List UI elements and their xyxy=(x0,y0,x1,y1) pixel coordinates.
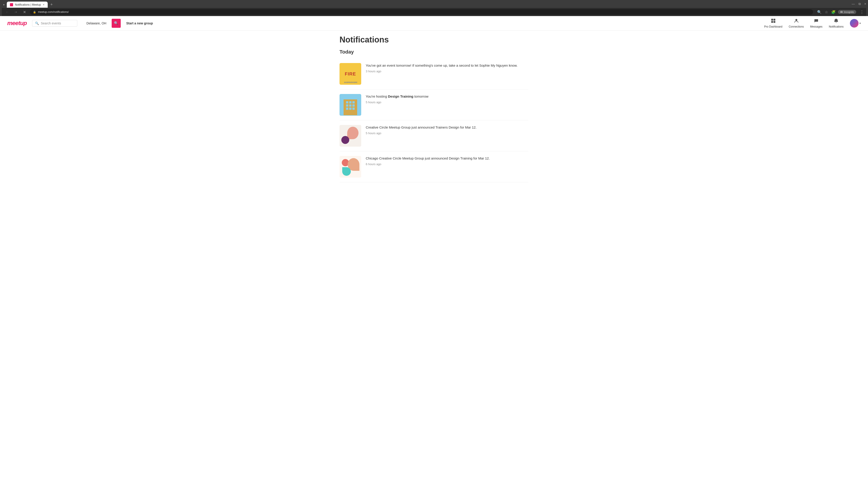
window-controls: — ⧉ × xyxy=(852,2,866,7)
address-lock-icon: 🔒 xyxy=(33,11,36,13)
notification-text: You've got an event tomorrow! If somethi… xyxy=(366,63,528,68)
search-placeholder: Search events xyxy=(41,22,61,25)
notification-thumbnail xyxy=(340,125,361,147)
svg-rect-3 xyxy=(774,21,775,23)
connections-icon xyxy=(794,18,799,24)
more-options-button[interactable]: ⋮ xyxy=(860,9,864,14)
minimize-button[interactable]: — xyxy=(852,2,855,6)
reload-button[interactable]: ✕ xyxy=(21,10,28,14)
today-section-title: Today xyxy=(340,49,528,55)
search-submit-button[interactable]: 🔍 xyxy=(112,19,121,28)
tab-favicon xyxy=(10,3,13,6)
site-header: meetup 🔍 Search events Delaware, OH 🔍 St… xyxy=(0,16,868,31)
notification-thumbnail: FIRE AL INDEPENDENCE, RETI xyxy=(340,63,361,85)
meetup-logo[interactable]: meetup xyxy=(7,20,27,27)
notifications-label: Notifications xyxy=(829,25,844,28)
notification-item[interactable]: Chicago Creative Circle Meetup Group jus… xyxy=(340,151,528,182)
search-submit-icon: 🔍 xyxy=(114,21,119,25)
incognito-icon: 🕶 xyxy=(840,11,843,13)
notification-item[interactable]: You're hosting Design Training tomorrow … xyxy=(340,90,528,121)
notifications-icon xyxy=(834,18,839,24)
address-url: meetup.com/notifications/ xyxy=(38,10,69,13)
creative-thumbnail xyxy=(340,125,361,147)
restore-button[interactable]: ⧉ xyxy=(859,2,861,6)
bookmark-icon[interactable]: ☆ xyxy=(825,10,828,14)
chevron-down-icon: ▾ xyxy=(860,22,861,25)
building-thumbnail xyxy=(340,94,361,116)
nav-connections[interactable]: Connections xyxy=(789,18,804,28)
tab-title: Notifications | Meetup xyxy=(15,3,41,6)
browser-chrome: ▾ Notifications | Meetup × + — ⧉ × ← → ✕… xyxy=(0,0,868,16)
svg-point-4 xyxy=(796,19,797,21)
search-toolbar-icon[interactable]: 🔍 xyxy=(817,10,822,14)
connections-label: Connections xyxy=(789,25,804,28)
notification-content: Chicago Creative Circle Meetup Group jus… xyxy=(366,156,528,166)
notification-thumbnail xyxy=(340,156,361,177)
messages-icon xyxy=(814,18,819,24)
close-button[interactable]: × xyxy=(864,2,866,6)
tab-bar: ▾ Notifications | Meetup × + — ⧉ × xyxy=(2,1,866,8)
forward-button[interactable]: → xyxy=(13,10,19,14)
back-button[interactable]: ← xyxy=(4,10,10,14)
tab-arrow[interactable]: ▾ xyxy=(2,2,6,7)
search-bar[interactable]: 🔍 Search events xyxy=(32,20,77,27)
incognito-badge[interactable]: 🕶 Incognito xyxy=(838,10,856,14)
pro-dashboard-icon xyxy=(771,18,776,24)
pro-dashboard-label: Pro Dashboard xyxy=(764,25,782,28)
notification-time: 3 hours ago xyxy=(366,70,528,73)
notification-bold-text: Design Training xyxy=(388,94,413,98)
avatar-container[interactable]: ▾ xyxy=(850,19,861,28)
user-avatar xyxy=(850,19,859,28)
page-title: Notifications xyxy=(340,35,528,44)
nav-messages[interactable]: Messages xyxy=(810,18,823,28)
nav-notifications[interactable]: Notifications xyxy=(829,18,844,28)
notification-content: Creative Circle Meetup Group just announ… xyxy=(366,125,528,135)
notification-item[interactable]: FIRE AL INDEPENDENCE, RETI You've got an… xyxy=(340,59,528,90)
nav-pro-dashboard[interactable]: Pro Dashboard xyxy=(764,18,782,28)
chicago-thumbnail xyxy=(340,156,361,177)
toolbar-icons: 🔍 ☆ 🧩 xyxy=(817,10,836,14)
main-content: Notifications Today FIRE AL INDEPENDENCE… xyxy=(332,31,536,191)
notifications-list: FIRE AL INDEPENDENCE, RETI You've got an… xyxy=(340,59,528,182)
notification-content: You've got an event tomorrow! If somethi… xyxy=(366,63,528,73)
address-bar[interactable]: 🔒 meetup.com/notifications/ xyxy=(30,9,813,15)
messages-label: Messages xyxy=(810,25,823,28)
notification-text: Creative Circle Meetup Group just announ… xyxy=(366,125,528,130)
notification-text: You're hosting Design Training tomorrow xyxy=(366,94,528,99)
svg-rect-0 xyxy=(771,19,773,21)
header-nav: Pro Dashboard Connections Messages xyxy=(764,18,861,28)
notification-time: 5 hours ago xyxy=(366,131,528,135)
notification-item[interactable]: Creative Circle Meetup Group just announ… xyxy=(340,121,528,151)
notification-thumbnail xyxy=(340,94,361,116)
notification-content: You're hosting Design Training tomorrow … xyxy=(366,94,528,104)
new-tab-button[interactable]: + xyxy=(49,1,55,8)
start-group-button[interactable]: Start a new group xyxy=(126,22,153,25)
extensions-icon[interactable]: 🧩 xyxy=(831,10,836,14)
location-display[interactable]: Delaware, OH xyxy=(86,22,106,25)
active-tab[interactable]: Notifications | Meetup × xyxy=(7,2,48,8)
svg-rect-2 xyxy=(771,21,773,23)
incognito-label: Incognito xyxy=(844,11,854,13)
notification-text: Chicago Creative Circle Meetup Group jus… xyxy=(366,156,528,161)
search-icon: 🔍 xyxy=(35,22,39,25)
notification-time: 5 hours ago xyxy=(366,101,528,104)
address-bar-row: ← → ✕ 🔒 meetup.com/notifications/ 🔍 ☆ 🧩 … xyxy=(2,8,866,16)
svg-rect-1 xyxy=(774,19,775,21)
fire-thumbnail: FIRE AL INDEPENDENCE, RETI xyxy=(340,63,361,85)
tab-close-button[interactable]: × xyxy=(43,3,44,6)
notification-time: 6 hours ago xyxy=(366,162,528,166)
